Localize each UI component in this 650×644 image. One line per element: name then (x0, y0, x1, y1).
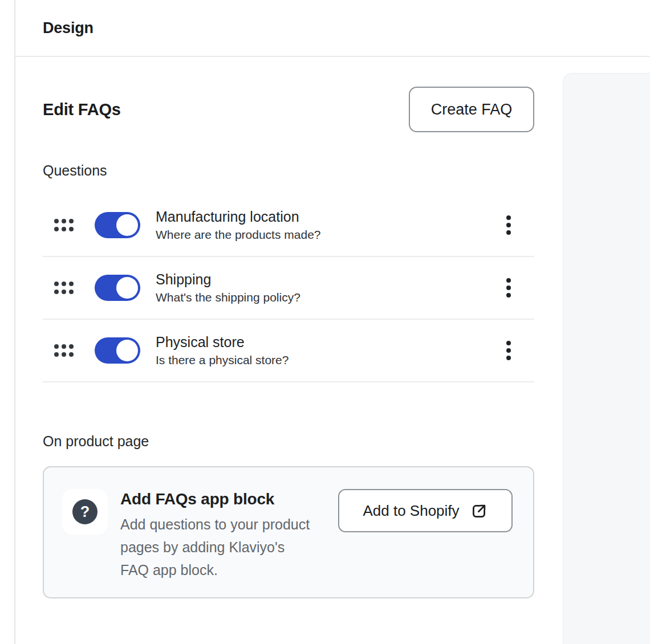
faq-question: What's the shipping policy? (156, 290, 300, 305)
more-options-icon[interactable] (503, 212, 514, 238)
faq-row: Physical store Is there a physical store… (43, 320, 534, 382)
more-options-icon[interactable] (503, 337, 514, 364)
section-heading: Edit FAQs (43, 100, 121, 119)
toggle-knob (116, 214, 138, 236)
faq-enabled-toggle[interactable] (95, 212, 140, 238)
add-to-shopify-label: Add to Shopify (363, 502, 459, 520)
edit-faqs-section: Edit FAQs Create FAQ Questions Manufactu… (43, 87, 534, 598)
drag-handle-icon[interactable] (54, 344, 74, 357)
question-mark-glyph: ? (72, 499, 98, 524)
app-block-description: Add questions to your product pages by a… (120, 513, 311, 581)
drag-handle-icon[interactable] (54, 282, 74, 294)
faq-title: Physical store (156, 333, 289, 351)
faq-text: Physical store Is there a physical store… (156, 333, 289, 368)
faq-title: Manufacturing location (156, 208, 321, 226)
section-header: Edit FAQs Create FAQ (43, 87, 534, 132)
add-to-shopify-button[interactable]: Add to Shopify (338, 489, 513, 532)
page-title: Design (43, 19, 94, 37)
on-product-page-label: On product page (43, 434, 534, 449)
left-panel-divider (14, 0, 15, 644)
faq-list: Manufacturing location Where are the pro… (43, 194, 534, 382)
faq-title: Shipping (156, 271, 300, 288)
external-link-icon (470, 502, 488, 520)
preview-panel (563, 73, 650, 644)
app-block-text: Add FAQs app block Add questions to your… (120, 489, 311, 581)
faq-row: Manufacturing location Where are the pro… (43, 194, 534, 257)
toggle-knob (116, 340, 138, 361)
page-header: Design (15, 0, 650, 57)
design-page: Design Edit FAQs Create FAQ Questions Ma… (0, 0, 650, 644)
question-mark-icon: ? (62, 489, 108, 535)
faq-enabled-toggle[interactable] (95, 275, 140, 301)
create-faq-button[interactable]: Create FAQ (409, 87, 534, 132)
faq-question: Is there a physical store? (156, 352, 289, 368)
faq-row: Shipping What's the shipping policy? (43, 257, 534, 320)
drag-handle-icon[interactable] (54, 219, 74, 231)
faq-text: Shipping What's the shipping policy? (156, 271, 300, 305)
faq-enabled-toggle[interactable] (95, 337, 140, 364)
app-block-title: Add FAQs app block (120, 490, 311, 508)
faq-text: Manufacturing location Where are the pro… (156, 208, 321, 242)
questions-label: Questions (43, 164, 534, 178)
more-options-icon[interactable] (503, 275, 514, 301)
app-block-card: ? Add FAQs app block Add questions to yo… (43, 466, 534, 598)
toggle-knob (116, 277, 138, 299)
faq-question: Where are the products made? (156, 227, 321, 242)
